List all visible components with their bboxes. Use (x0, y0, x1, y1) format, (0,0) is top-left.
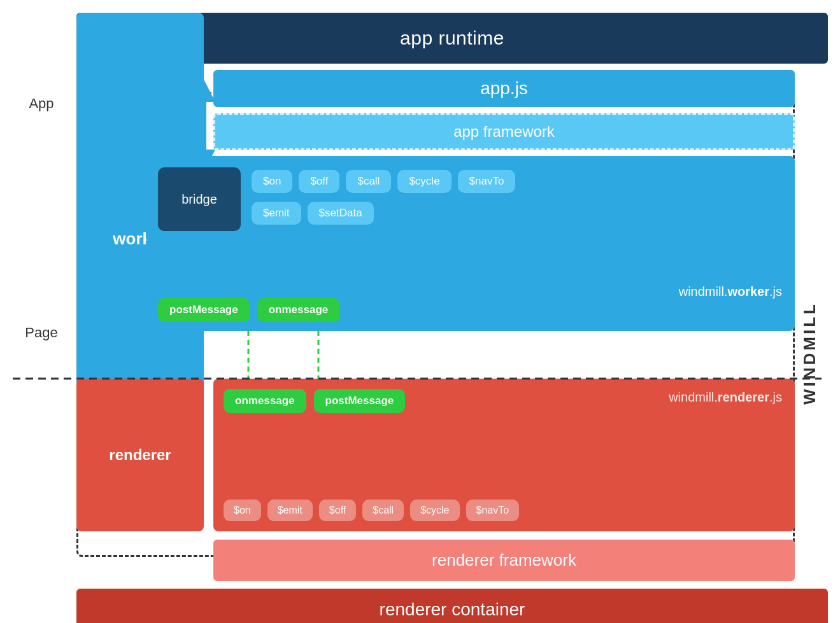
renderer-pill-call: $call (362, 500, 404, 521)
page-label: Page (13, 325, 70, 341)
renderer-pill-emit: $emit (267, 500, 313, 521)
renderer-label: renderer (109, 446, 171, 464)
bridge-label: bridge (182, 192, 217, 207)
post-message-pill-renderer: postMessage (314, 389, 406, 413)
renderer-message-pills: onmessage postMessage (224, 389, 405, 413)
windmill-vertical-label-container: WINDMILL (796, 153, 823, 554)
onmessage-pill-worker: onmessage (257, 298, 340, 322)
windmill-worker-area: bridge $on $off $call $cycle $navTo $emi… (146, 156, 795, 331)
pill-cycle-1: $cycle (397, 170, 451, 193)
renderer-framework-label: renderer framework (432, 550, 576, 570)
svg-marker-0 (186, 73, 215, 102)
app-runtime-label: app runtime (400, 27, 504, 49)
windmill-vertical-label: WINDMILL (800, 302, 820, 405)
appjs-bar: app.js (213, 70, 795, 107)
onmessage-pill-renderer: onmessage (224, 389, 306, 413)
api-pills-row2: $emit $setData (252, 202, 374, 225)
renderer-pill-on: $on (224, 500, 261, 521)
post-message-pill-worker: postMessage (158, 298, 250, 322)
renderer-framework-bar: renderer framework (213, 540, 795, 581)
worker-message-pills: postMessage onmessage (158, 298, 339, 322)
pill-off-1: $off (299, 170, 339, 193)
windmill-renderer-area: onmessage postMessage windmill.renderer.… (213, 379, 795, 531)
renderer-pill-off: $off (319, 500, 356, 521)
app-framework-label: app framework (453, 123, 555, 141)
api-pills-row1: $on $off $call $cycle $navTo (252, 170, 515, 193)
renderer-block: renderer (76, 379, 204, 531)
renderer-container-bar: renderer container (76, 589, 828, 623)
renderer-pill-navto: $navTo (466, 500, 520, 521)
bridge-box: bridge (158, 167, 241, 231)
app-framework-bar: app framework (213, 113, 795, 150)
diagram-wrapper: app runtime App Page worker app.js app f… (13, 13, 828, 611)
pill-on-1: $on (252, 170, 292, 193)
svg-rect-1 (195, 99, 206, 153)
pill-call-1: $call (346, 170, 391, 193)
renderer-api-pills: $on $emit $off $call $cycle $navTo (224, 500, 519, 521)
pill-emit-1: $emit (252, 202, 301, 225)
pill-setdata-1: $setData (308, 202, 374, 225)
renderer-pill-cycle: $cycle (410, 500, 459, 521)
appjs-label: app.js (480, 78, 528, 99)
app-label: App (13, 95, 70, 112)
windmill-worker-js-label: windmill.worker.js (679, 284, 782, 299)
renderer-container-label: renderer container (380, 599, 525, 620)
windmill-renderer-js-label: windmill.renderer.js (669, 390, 782, 405)
pill-navto-1: $navTo (458, 170, 516, 193)
